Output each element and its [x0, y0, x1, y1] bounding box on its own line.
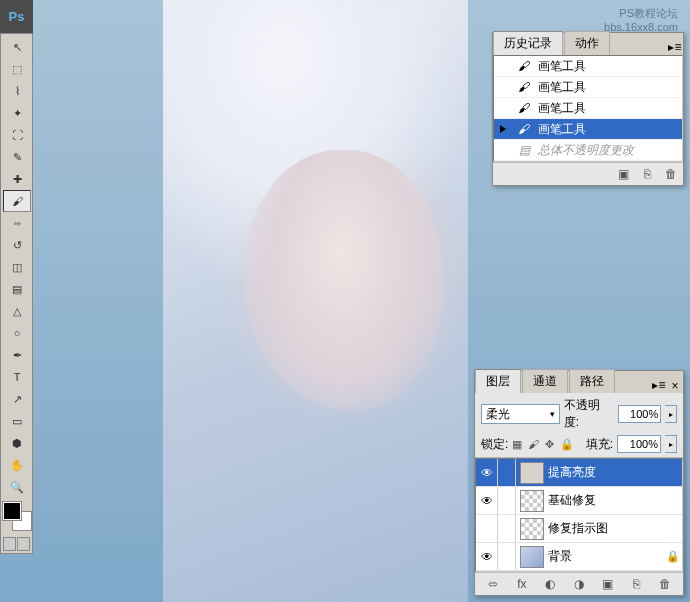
lock-position-icon[interactable]: ✥: [545, 438, 554, 451]
document-icon: ▤: [516, 142, 532, 158]
layer-list: 👁提高亮度👁基础修复修复指示图👁背景🔒: [475, 458, 683, 572]
3d-tool[interactable]: ⬢: [3, 432, 31, 454]
lock-pixels-icon[interactable]: 🖌: [528, 438, 539, 451]
layer-item[interactable]: 👁背景🔒: [476, 543, 682, 571]
blur-tool[interactable]: △: [3, 300, 31, 322]
new-snapshot-icon[interactable]: ▣: [615, 166, 631, 182]
layers-panel: 图层 通道 路径 ▸≡ × 柔光 不透明度: 100% ▸ 锁定: ▦ 🖌 ✥ …: [474, 370, 684, 596]
layer-link-cell[interactable]: [498, 487, 516, 514]
tab-actions[interactable]: 动作: [564, 31, 610, 55]
screenmode-icon[interactable]: [17, 537, 30, 551]
app-logo[interactable]: Ps: [0, 0, 33, 33]
history-item-label: 画笔工具: [538, 121, 586, 138]
layer-visibility-icon[interactable]: 👁: [476, 459, 498, 486]
history-item[interactable]: 🖌画笔工具: [494, 56, 682, 77]
brush-icon: 🖌: [516, 121, 532, 137]
panel-close-icon[interactable]: ×: [667, 379, 683, 393]
pen-tool[interactable]: ✒: [3, 344, 31, 366]
brush-icon: 🖌: [516, 100, 532, 116]
layer-link-cell[interactable]: [498, 543, 516, 570]
lock-transparency-icon[interactable]: ▦: [512, 438, 522, 451]
layer-name-label: 背景: [548, 548, 664, 565]
history-list: 🖌画笔工具🖌画笔工具🖌画笔工具🖌画笔工具▤总体不透明度更改: [493, 55, 683, 162]
crop-tool[interactable]: ⛶: [3, 124, 31, 146]
healing-tool[interactable]: ✚: [3, 168, 31, 190]
image-content: [163, 0, 468, 602]
path-tool[interactable]: ↗: [3, 388, 31, 410]
lock-icon: 🔒: [664, 550, 682, 563]
opacity-input[interactable]: 100%: [618, 405, 661, 423]
panel-menu-icon[interactable]: ▸≡: [667, 39, 683, 55]
marquee-tool[interactable]: ⬚: [3, 58, 31, 80]
document-canvas[interactable]: [163, 0, 468, 602]
tab-layers[interactable]: 图层: [475, 369, 521, 393]
history-item[interactable]: 🖌画笔工具: [494, 119, 682, 140]
layer-thumbnail[interactable]: [520, 518, 544, 540]
type-tool[interactable]: T: [3, 366, 31, 388]
adjustment-layer-icon[interactable]: ◑: [571, 576, 587, 592]
trash-icon[interactable]: 🗑: [663, 166, 679, 182]
history-item[interactable]: 🖌画笔工具: [494, 77, 682, 98]
panel-menu-icon[interactable]: ▸≡: [651, 377, 667, 393]
watermark: PS教程论坛 bbs.16xx8.com: [604, 6, 678, 35]
link-layers-icon[interactable]: ⬄: [485, 576, 501, 592]
lock-label: 锁定:: [481, 436, 508, 453]
history-item-label: 画笔工具: [538, 79, 586, 96]
new-layer-icon[interactable]: ⎘: [628, 576, 644, 592]
layer-thumbnail[interactable]: [520, 546, 544, 568]
history-item-label: 画笔工具: [538, 100, 586, 117]
eraser-tool[interactable]: ◫: [3, 256, 31, 278]
layer-fx-icon[interactable]: fx: [514, 576, 530, 592]
layer-item[interactable]: 👁基础修复: [476, 487, 682, 515]
layer-thumbnail[interactable]: [520, 490, 544, 512]
layer-item[interactable]: 👁提高亮度: [476, 459, 682, 487]
history-item-label: 画笔工具: [538, 58, 586, 75]
layer-mask-icon[interactable]: ◐: [542, 576, 558, 592]
layer-group-icon[interactable]: ▣: [600, 576, 616, 592]
history-brush-tool[interactable]: ↺: [3, 234, 31, 256]
stamp-tool[interactable]: ⎃: [3, 212, 31, 234]
fill-flyout-icon[interactable]: ▸: [665, 435, 677, 453]
brush-tool[interactable]: 🖌: [3, 190, 31, 212]
layer-name-label: 提高亮度: [548, 464, 682, 481]
brush-icon: 🖌: [516, 79, 532, 95]
layer-name-label: 基础修复: [548, 492, 682, 509]
tab-channels[interactable]: 通道: [522, 369, 568, 393]
layer-link-cell[interactable]: [498, 459, 516, 486]
lock-all-icon[interactable]: 🔒: [560, 438, 574, 451]
brush-icon: 🖌: [516, 58, 532, 74]
tab-history[interactable]: 历史记录: [493, 31, 563, 55]
lasso-tool[interactable]: ⌇: [3, 80, 31, 102]
opacity-label: 不透明度:: [564, 397, 614, 431]
layer-link-cell[interactable]: [498, 515, 516, 542]
gradient-tool[interactable]: ▤: [3, 278, 31, 300]
fill-input[interactable]: 100%: [617, 435, 661, 453]
dodge-tool[interactable]: ○: [3, 322, 31, 344]
move-tool[interactable]: ↖: [3, 36, 31, 58]
history-item[interactable]: ▤总体不透明度更改: [494, 140, 682, 161]
layer-visibility-icon[interactable]: 👁: [476, 487, 498, 514]
layer-name-label: 修复指示图: [548, 520, 682, 537]
shape-tool[interactable]: ▭: [3, 410, 31, 432]
color-swatches[interactable]: [3, 502, 31, 530]
history-item[interactable]: 🖌画笔工具: [494, 98, 682, 119]
toolbox: ↖⬚⌇✦⛶✎✚🖌⎃↺◫▤△○✒T↗▭⬢✋🔍: [0, 33, 33, 554]
history-panel: 历史记录 动作 ▸≡ 🖌画笔工具🖌画笔工具🖌画笔工具🖌画笔工具▤总体不透明度更改…: [492, 32, 684, 186]
foreground-color-swatch[interactable]: [3, 502, 21, 520]
layer-item[interactable]: 修复指示图: [476, 515, 682, 543]
wand-tool[interactable]: ✦: [3, 102, 31, 124]
layer-thumbnail[interactable]: [520, 462, 544, 484]
hand-tool[interactable]: ✋: [3, 454, 31, 476]
history-item-label: 总体不透明度更改: [538, 142, 634, 159]
quickmask-icon[interactable]: [3, 537, 16, 551]
fill-label: 填充:: [586, 436, 613, 453]
opacity-flyout-icon[interactable]: ▸: [665, 405, 677, 423]
eyedropper-tool[interactable]: ✎: [3, 146, 31, 168]
new-document-icon[interactable]: ⎘: [639, 166, 655, 182]
tab-paths[interactable]: 路径: [569, 369, 615, 393]
trash-icon[interactable]: 🗑: [657, 576, 673, 592]
layer-visibility-icon[interactable]: 👁: [476, 543, 498, 570]
layer-visibility-icon[interactable]: [476, 515, 498, 542]
blend-mode-select[interactable]: 柔光: [481, 404, 560, 424]
zoom-tool[interactable]: 🔍: [3, 476, 31, 498]
